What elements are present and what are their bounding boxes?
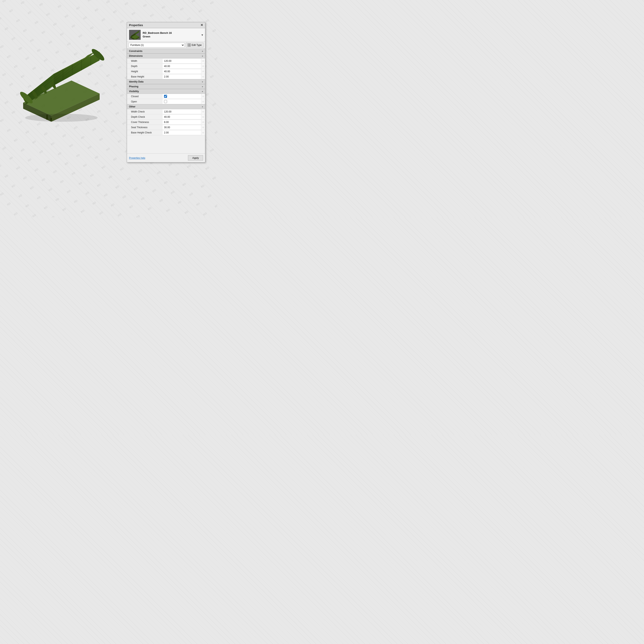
prop-row-width: Width 120.00 □ [127, 58, 205, 64]
edit-type-icon [188, 43, 191, 47]
prop-lock-height: □ [201, 69, 205, 74]
prop-label-seat-thickness: Seat Thickness [127, 125, 162, 130]
constraints-label: Constraints [129, 50, 142, 53]
edit-type-button[interactable]: Edit Type [186, 43, 203, 47]
prop-lock-depth: □ [201, 64, 205, 69]
prop-value-cover-thickness[interactable]: 8.00 [162, 120, 201, 124]
prop-lock-base-height: □ [201, 74, 205, 79]
svg-rect-40 [189, 44, 191, 45]
prop-label-cover-thickness: Cover Thickness [127, 120, 162, 124]
prop-checkbox-closed [162, 94, 201, 99]
panel-footer: Properties help Apply [127, 153, 205, 162]
section-dimensions[interactable]: Dimensions « [127, 54, 205, 58]
identity-data-label: Identity Data [129, 80, 143, 83]
thumbnail-svg [129, 30, 140, 39]
lock-icon-7: □ [203, 111, 204, 113]
lock-icon-10: □ [203, 126, 204, 128]
item-dropdown-arrow[interactable]: ▾ [201, 33, 203, 37]
svg-point-30 [25, 114, 98, 122]
svg-rect-42 [189, 45, 191, 46]
type-selector-row: Furniture (1) Edit Type [127, 42, 205, 49]
prop-label-width-check: Width Check [127, 109, 162, 114]
prop-row-depth-check: Depth Check 40.00 □ [127, 114, 205, 120]
section-identity-data[interactable]: Identity Data » [127, 79, 205, 84]
prop-lock-seat-thickness: □ [201, 125, 205, 130]
lock-icon-6: □ [203, 101, 204, 103]
lock-icon-3: □ [203, 70, 204, 72]
section-constraints[interactable]: Constraints » [127, 49, 205, 54]
phasing-collapse-icon: » [202, 85, 203, 88]
other-label: Other [129, 105, 135, 108]
prop-value-base-height[interactable]: 2.00 [162, 74, 201, 79]
prop-label-base-height: Base Height [127, 74, 162, 79]
prop-label-open: Open [127, 99, 162, 104]
prop-lock-width-check: □ [201, 109, 205, 114]
section-phasing[interactable]: Phasing » [127, 84, 205, 89]
other-collapse-icon: « [202, 105, 203, 108]
lock-icon-11: □ [203, 132, 204, 134]
prop-lock-open: □ [201, 99, 205, 104]
apply-button[interactable]: Apply [188, 155, 203, 161]
prop-lock-closed: □ [201, 94, 205, 99]
empty-space [127, 135, 205, 153]
section-other[interactable]: Other « [127, 104, 205, 109]
dimensions-collapse-icon: « [202, 55, 203, 57]
prop-lock-cover-thickness: □ [201, 120, 205, 125]
item-name-line1: RD_Bedroom Bench 16 [143, 31, 172, 35]
constraints-collapse-icon: » [202, 50, 203, 52]
close-button[interactable]: ✕ [200, 24, 203, 27]
svg-rect-39 [188, 44, 189, 45]
properties-panel: Properties ✕ RD_Bedroom Bench 16 Green ▾ [127, 22, 205, 162]
prop-label-base-height-check: Base Height Check [127, 130, 162, 135]
prop-value-depth-check[interactable]: 40.00 [162, 115, 201, 119]
prop-row-base-height-check: Base Height Check 2.00 □ [127, 130, 205, 135]
prop-value-width-check[interactable]: 120.00 [162, 109, 201, 114]
item-name-line2: Green [143, 35, 172, 38]
prop-row-base-height: Base Height 2.00 □ [127, 74, 205, 79]
type-dropdown[interactable]: Furniture (1) [129, 43, 185, 47]
item-name-block: RD_Bedroom Bench 16 Green [143, 31, 172, 38]
prop-label-height: Height [127, 69, 162, 74]
dimensions-label: Dimensions [129, 55, 143, 57]
lock-icon-2: □ [203, 65, 204, 67]
visibility-label: Visibility [129, 90, 139, 93]
panel-header: Properties ✕ [127, 22, 205, 28]
closed-checkbox[interactable] [164, 95, 167, 98]
section-visibility[interactable]: Visibility « [127, 89, 205, 94]
prop-label-depth: Depth [127, 64, 162, 68]
prop-label-depth-check: Depth Check [127, 115, 162, 119]
lock-icon-9: □ [203, 121, 204, 123]
bench-svg [11, 42, 108, 127]
open-checkbox[interactable] [164, 100, 167, 103]
visibility-collapse-icon: « [202, 90, 203, 93]
prop-value-base-height-check[interactable]: 2.00 [162, 130, 201, 135]
edit-type-label: Edit Type [192, 44, 202, 46]
prop-row-height: Height 40.00 □ [127, 69, 205, 74]
item-info-row: RD_Bedroom Bench 16 Green ▾ [127, 28, 205, 42]
panel-title: Properties [129, 24, 143, 27]
lock-icon-5: □ [203, 95, 204, 97]
prop-row-seat-thickness: Seat Thickness 30.00 □ [127, 125, 205, 130]
prop-label-width: Width [127, 59, 162, 63]
prop-row-cover-thickness: Cover Thickness 8.00 □ [127, 120, 205, 125]
prop-value-seat-thickness[interactable]: 30.00 [162, 125, 201, 130]
prop-value-width[interactable]: 120.00 [162, 59, 201, 63]
prop-checkbox-open [162, 99, 201, 104]
prop-lock-depth-check: □ [201, 114, 205, 119]
prop-lock-width: □ [201, 58, 205, 63]
prop-lock-base-height-check: □ [201, 130, 205, 135]
prop-row-width-check: Width Check 120.00 □ [127, 109, 205, 114]
lock-icon-8: □ [203, 116, 204, 118]
item-thumbnail [129, 30, 141, 40]
prop-value-depth[interactable]: 40.00 [162, 64, 201, 68]
identity-data-collapse-icon: » [202, 81, 203, 83]
phasing-label: Phasing [129, 85, 138, 88]
prop-value-height[interactable]: 40.00 [162, 69, 201, 74]
properties-help-link[interactable]: Properties help [129, 157, 145, 159]
prop-row-open: Open □ [127, 99, 205, 104]
svg-rect-41 [188, 45, 189, 46]
svg-marker-17 [54, 52, 100, 86]
lock-icon-4: □ [203, 76, 204, 78]
lock-icon: □ [203, 60, 204, 62]
prop-row-closed: Closed □ [127, 94, 205, 99]
